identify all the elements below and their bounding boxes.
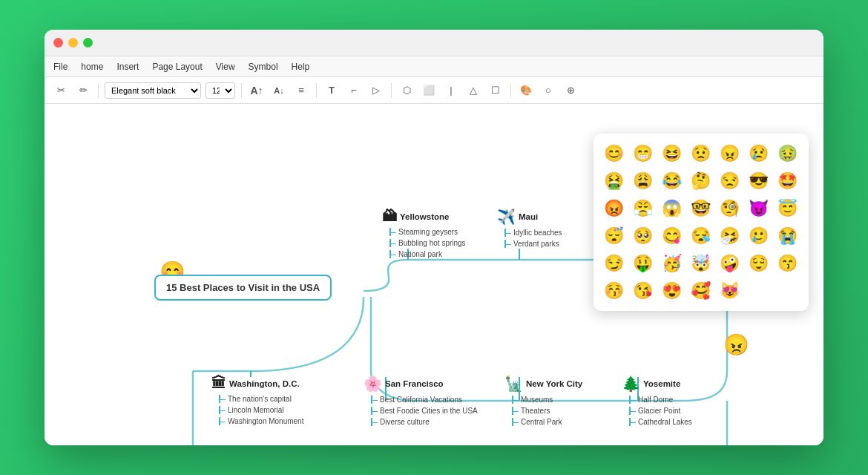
emoji-cell-19[interactable]: 😈 (746, 196, 771, 221)
pen-button[interactable]: ✏ (74, 82, 92, 99)
yosemite-sub-1: Half Dome (629, 396, 673, 404)
font-decrease-button[interactable]: A↓ (270, 82, 288, 99)
emoji-cell-17[interactable]: 🤓 (688, 196, 713, 221)
emoji-cell-13[interactable]: 🤩 (775, 168, 800, 194)
emoji-cell-33[interactable]: 😌 (746, 251, 771, 276)
emoji-cell-3[interactable]: 😟 (688, 141, 713, 166)
topic-washington-header[interactable]: 🏛 Washington, D.C. (211, 375, 300, 392)
sf-sub-3: Diverse culture (371, 418, 430, 426)
toolbar-separator-2 (241, 83, 242, 98)
menu-home[interactable]: home (81, 62, 103, 72)
nyc-label: New York City (526, 379, 582, 388)
font-increase-button[interactable]: A↑ (248, 82, 266, 99)
topic-sf-header[interactable]: 🌸 San Francisco (364, 375, 444, 393)
emoji-cell-30[interactable]: 🥳 (659, 251, 684, 276)
frame-button[interactable]: ⬜ (420, 82, 438, 99)
emoji-cell-26[interactable]: 🥲 (746, 223, 771, 249)
emoji-cell-12[interactable]: 😎 (746, 168, 771, 194)
yosemite-label: Yosemite (643, 379, 680, 388)
topic-new-york[interactable]: 🗽 New York City Museums Theaters Central… (504, 375, 582, 426)
emoji-cell-11[interactable]: 😒 (717, 168, 742, 194)
rect-button[interactable]: ☐ (487, 82, 504, 99)
emoji-cell-20[interactable]: 😇 (775, 196, 800, 221)
emoji-picker[interactable]: 😊😁😆😟😠😢🤢🤮😩😂🤔😒😎🤩😡😤😱🤓🧐😈😇😴🥺😋😪🤧🥲😭😏🤑🥳🤯🤪😌😙😚😘😍🥰😻 (594, 134, 809, 311)
layers-button[interactable]: ⬡ (398, 82, 415, 99)
menu-symbol[interactable]: Symbol (249, 62, 278, 72)
nyc-sub-1: Museums (512, 396, 553, 404)
maui-icon: ✈️ (497, 208, 516, 226)
topic-yellowstone-header[interactable]: 🏔 Yellowstone (382, 208, 449, 225)
yellowstone-label: Yellowstone (400, 212, 449, 221)
emoji-cell-37[interactable]: 😍 (659, 278, 684, 304)
emoji-cell-16[interactable]: 😱 (659, 196, 684, 221)
emoji-cell-32[interactable]: 🤪 (717, 251, 742, 276)
emoji-cell-29[interactable]: 🤑 (630, 251, 655, 276)
menu-insert[interactable]: Insert (116, 62, 139, 72)
emoji-cell-22[interactable]: 🥺 (630, 223, 655, 249)
emoji-cell-38[interactable]: 🥰 (688, 278, 713, 304)
emoji-cell-4[interactable]: 😠 (717, 141, 742, 166)
emoji-cell-10[interactable]: 🤔 (688, 168, 713, 194)
canvas[interactable]: 😊 15 Best Places to Visit in the USA 🏔 Y… (45, 104, 823, 445)
maximize-button[interactable] (83, 38, 93, 48)
emoji-cell-8[interactable]: 😩 (630, 168, 655, 194)
topic-san-francisco[interactable]: 🌸 San Francisco Best California Vacation… (364, 375, 478, 426)
emoji-cell-0[interactable]: 😊 (601, 141, 626, 166)
shape-l-button[interactable]: ⌐ (345, 82, 363, 99)
emoji-cell-21[interactable]: 😴 (601, 223, 626, 249)
menu-bar: File home Insert Page Layout View Symbol… (45, 56, 823, 77)
emoji-cell-35[interactable]: 😚 (601, 278, 626, 304)
text-button[interactable]: T (323, 82, 341, 99)
arrow-button[interactable]: ▷ (367, 82, 385, 99)
yosemite-icon: 🌲 (622, 375, 640, 393)
emoji-cell-2[interactable]: 😆 (659, 141, 684, 166)
emoji-cell-24[interactable]: 😪 (688, 223, 713, 249)
app-window: File home Insert Page Layout View Symbol… (45, 30, 823, 445)
emoji-cell-34[interactable]: 😙 (775, 251, 800, 276)
more-button[interactable]: ⊕ (562, 82, 579, 99)
maui-label: Maui (519, 212, 538, 221)
close-button[interactable] (53, 38, 63, 48)
emoji-cell-6[interactable]: 🤢 (775, 141, 800, 166)
emoji-cell-5[interactable]: 😢 (746, 141, 771, 166)
washington-sub-2: Lincoln Memorial (219, 406, 284, 414)
emoji-cell-15[interactable]: 😤 (630, 196, 655, 221)
stroke-button[interactable]: ○ (539, 82, 557, 99)
topic-washington[interactable]: 🏛 Washington, D.C. The nation's capital … (211, 375, 303, 425)
emoji-cell-27[interactable]: 😭 (775, 223, 800, 249)
nyc-icon: 🗽 (504, 375, 523, 393)
line-button[interactable]: | (442, 82, 460, 99)
emoji-cell-23[interactable]: 😋 (659, 223, 684, 249)
menu-view[interactable]: View (216, 62, 235, 72)
triangle-button[interactable]: △ (464, 82, 482, 99)
topic-yosemite-header[interactable]: 🌲 Yosemite (622, 375, 680, 393)
central-node[interactable]: 15 Best Places to Visit in the USA (154, 275, 332, 301)
fill-color-button[interactable]: 🎨 (517, 82, 535, 99)
topic-maui-header[interactable]: ✈️ Maui (497, 208, 538, 226)
emoji-cell-7[interactable]: 🤮 (601, 168, 626, 194)
yosemite-sub-3: Cathedral Lakes (629, 418, 692, 426)
emoji-cell-39[interactable]: 😻 (717, 278, 742, 304)
emoji-cell-14[interactable]: 😡 (601, 196, 626, 221)
emoji-cell-1[interactable]: 😁 (630, 141, 655, 166)
emoji-cell-18[interactable]: 🧐 (717, 196, 742, 221)
topic-maui[interactable]: ✈️ Maui Idyllic beaches Verdant parks (497, 208, 562, 248)
emoji-cell-25[interactable]: 🤧 (717, 223, 742, 249)
topic-nyc-header[interactable]: 🗽 New York City (504, 375, 582, 393)
menu-help[interactable]: Help (292, 62, 310, 72)
menu-file[interactable]: File (53, 62, 68, 72)
minimize-button[interactable] (68, 38, 78, 48)
align-button[interactable]: ≡ (292, 82, 310, 99)
emoji-cell-28[interactable]: 😏 (601, 251, 626, 276)
menu-page-layout[interactable]: Page Layout (152, 62, 202, 72)
topic-yellowstone[interactable]: 🏔 Yellowstone Steaming geysers Bubbling … (382, 208, 466, 258)
font-select[interactable]: Elegant soft black (105, 82, 201, 99)
emoji-cell-9[interactable]: 😂 (659, 168, 684, 194)
emoji-cell-31[interactable]: 🤯 (688, 251, 713, 276)
cut-button[interactable]: ✂ (52, 82, 70, 99)
toolbar-separator-5 (510, 83, 511, 98)
washington-sub-1: The nation's capital (219, 395, 292, 403)
emoji-cell-36[interactable]: 😘 (630, 278, 655, 304)
size-select[interactable]: 12 (206, 82, 235, 99)
topic-yosemite[interactable]: 🌲 Yosemite Half Dome Glacier Point Cathe… (622, 375, 692, 426)
